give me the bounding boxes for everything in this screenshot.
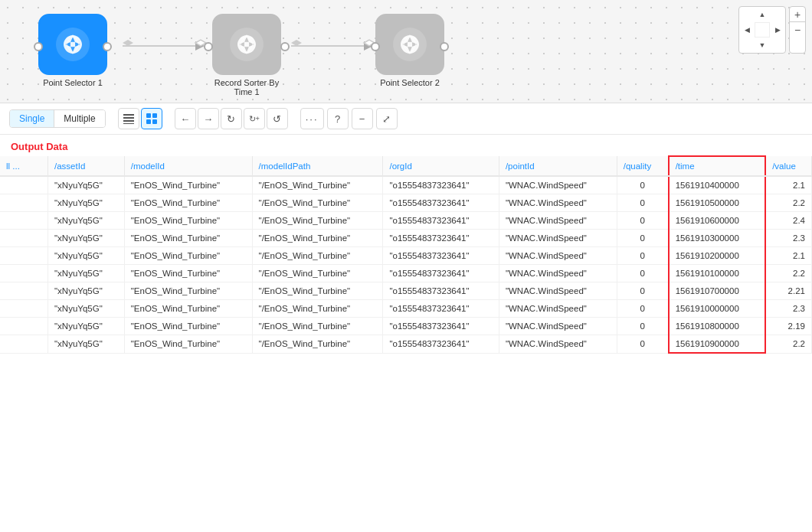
zoom-in-btn[interactable]: + <box>790 7 805 22</box>
cell-pointId: "WNAC.WindSpeed" <box>499 194 617 212</box>
header-row: ll ... /assetId /modelId /modelIdPath /o… <box>0 156 812 176</box>
cell-value: 2.2 <box>765 335 811 354</box>
cell-modelIdPath: "/EnOS_Wind_Turbine" <box>252 194 383 212</box>
svg-rect-9 <box>123 123 134 124</box>
table-row: "xNyuYq5G""EnOS_Wind_Turbine""/EnOS_Wind… <box>0 335 812 354</box>
col-header-modelidpath: /modelIdPath <box>252 156 383 176</box>
nav-controls: ▲ ◀ ▶ ▼ + − <box>738 6 806 57</box>
cell-modelId: "EnOS_Wind_Turbine" <box>124 300 252 318</box>
cell-time: 1561910400000 <box>669 176 766 194</box>
svg-rect-13 <box>152 119 157 124</box>
cell-modelId: "EnOS_Wind_Turbine" <box>124 335 252 354</box>
multiple-btn[interactable]: Multiple <box>54 110 104 127</box>
cell-assetId: "xNyuYq5G" <box>48 282 125 300</box>
node-record-sorter[interactable]: Record Sorter By Time 1 <box>208 14 285 96</box>
table-header: ll ... /assetId /modelId /modelIdPath /o… <box>0 156 812 176</box>
cell-ll <box>0 300 48 318</box>
table-wrapper: ll ... /assetId /modelId /modelIdPath /o… <box>0 155 812 354</box>
cell-value: 2.4 <box>765 212 811 230</box>
grid-view-btn[interactable] <box>141 108 162 129</box>
cell-quality: 0 <box>617 300 668 318</box>
node-box-3 <box>375 14 444 75</box>
cell-modelId: "EnOS_Wind_Turbine" <box>124 282 252 300</box>
cell-quality: 0 <box>617 194 668 212</box>
cell-assetId: "xNyuYq5G" <box>48 247 125 265</box>
refresh-btn[interactable]: ↻ <box>221 108 242 129</box>
list-view-btn[interactable] <box>118 108 139 129</box>
svg-rect-12 <box>146 119 151 124</box>
table-row: "xNyuYq5G""EnOS_Wind_Turbine""/EnOS_Wind… <box>0 282 812 300</box>
col-header-assetid: /assetId <box>48 156 125 176</box>
cell-value: 2.3 <box>765 230 811 247</box>
cell-quality: 0 <box>617 212 668 230</box>
nav-down-btn[interactable]: ▼ <box>755 38 770 53</box>
connector-dot-right-3 <box>440 42 449 51</box>
nav-empty-br <box>770 38 785 53</box>
prev-btn[interactable]: ← <box>175 108 196 129</box>
table-row: "xNyuYq5G""EnOS_Wind_Turbine""/EnOS_Wind… <box>0 247 812 265</box>
cell-modelIdPath: "/EnOS_Wind_Turbine" <box>252 282 383 300</box>
cell-ll <box>0 247 48 265</box>
cell-quality: 0 <box>617 282 668 300</box>
cell-time: 1561910800000 <box>669 318 766 335</box>
cell-time: 1561910200000 <box>669 247 766 265</box>
cell-modelId: "EnOS_Wind_Turbine" <box>124 247 252 265</box>
table-row: "xNyuYq5G""EnOS_Wind_Turbine""/EnOS_Wind… <box>0 176 812 194</box>
cell-orgId: "o15554837323641" <box>383 318 499 335</box>
cell-quality: 0 <box>617 230 668 247</box>
cell-modelId: "EnOS_Wind_Turbine" <box>124 318 252 335</box>
cell-ll <box>0 265 48 282</box>
cell-orgId: "o15554837323641" <box>383 335 499 354</box>
single-btn[interactable]: Single <box>10 110 54 127</box>
cell-assetId: "xNyuYq5G" <box>48 335 125 354</box>
zoom-out-btn[interactable]: − <box>790 22 805 38</box>
next-btn[interactable]: → <box>198 108 219 129</box>
nav-right-btn[interactable]: ▶ <box>770 22 785 38</box>
cell-pointId: "WNAC.WindSpeed" <box>499 176 617 194</box>
connector-dot-left-1 <box>34 42 43 51</box>
cell-modelIdPath: "/EnOS_Wind_Turbine" <box>252 212 383 230</box>
help-btn[interactable]: ? <box>327 108 349 129</box>
nav-empty-bl <box>739 38 755 53</box>
connector-dot-right-1 <box>103 42 112 51</box>
table-row: "xNyuYq5G""EnOS_Wind_Turbine""/EnOS_Wind… <box>0 300 812 318</box>
more-btn[interactable]: ··· <box>300 108 324 129</box>
cell-modelIdPath: "/EnOS_Wind_Turbine" <box>252 300 383 318</box>
collapse-btn[interactable]: − <box>352 108 373 129</box>
nav-left-btn[interactable]: ◀ <box>739 22 755 38</box>
col-header-quality: /quality <box>617 156 668 176</box>
grid-icon <box>146 113 157 124</box>
cell-modelIdPath: "/EnOS_Wind_Turbine" <box>252 265 383 282</box>
cell-quality: 0 <box>617 318 668 335</box>
cell-time: 1561910600000 <box>669 212 766 230</box>
cell-modelIdPath: "/EnOS_Wind_Turbine" <box>252 247 383 265</box>
reset-btn[interactable]: ↺ <box>267 108 288 129</box>
col-header-modelid: /modelId <box>124 156 252 176</box>
cell-time: 1561910300000 <box>669 230 766 247</box>
table-row: "xNyuYq5G""EnOS_Wind_Turbine""/EnOS_Wind… <box>0 265 812 282</box>
cell-assetId: "xNyuYq5G" <box>48 318 125 335</box>
cell-modelIdPath: "/EnOS_Wind_Turbine" <box>252 176 383 194</box>
cell-value: 2.3 <box>765 300 811 318</box>
cell-quality: 0 <box>617 265 668 282</box>
cell-quality: 0 <box>617 176 668 194</box>
nav-up-btn[interactable]: ▲ <box>755 7 770 22</box>
node-point-selector-2[interactable]: Point Selector 2 <box>375 14 444 87</box>
refresh2-btn[interactable]: ↻+ <box>244 108 265 129</box>
toolbar: Single Multiple ← → ↻ ↻+ ↺ <box>0 103 812 135</box>
node-point-selector-1[interactable]: Point Selector 1 <box>38 14 107 87</box>
expand-btn[interactable]: ⤢ <box>376 108 398 129</box>
cell-pointId: "WNAC.WindSpeed" <box>499 282 617 300</box>
cell-modelId: "EnOS_Wind_Turbine" <box>124 265 252 282</box>
cell-orgId: "o15554837323641" <box>383 282 499 300</box>
node-label-3: Point Selector 2 <box>380 78 440 87</box>
cell-ll <box>0 212 48 230</box>
cell-assetId: "xNyuYq5G" <box>48 300 125 318</box>
cell-modelId: "EnOS_Wind_Turbine" <box>124 176 252 194</box>
cell-orgId: "o15554837323641" <box>383 212 499 230</box>
cell-pointId: "WNAC.WindSpeed" <box>499 212 617 230</box>
cell-orgId: "o15554837323641" <box>383 300 499 318</box>
cell-modelIdPath: "/EnOS_Wind_Turbine" <box>252 318 383 335</box>
col-header-value: /value <box>765 156 811 176</box>
node-label-2: Record Sorter By Time 1 <box>208 78 285 96</box>
